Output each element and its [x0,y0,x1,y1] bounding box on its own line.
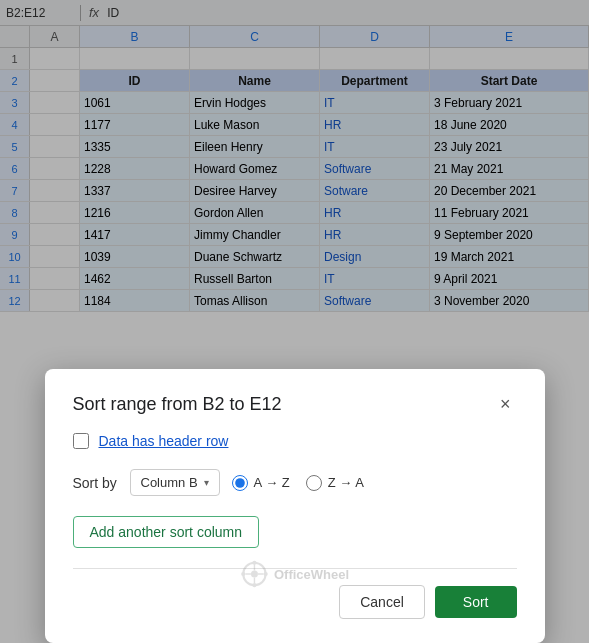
header-row-checkbox-row: Data has header row [73,433,517,449]
radio-a-to-z-label: A → Z [254,475,290,490]
radio-a-to-z[interactable] [232,475,248,491]
svg-point-5 [250,571,257,578]
sort-dialog: Sort range from B2 to E12 × Data has hea… [45,369,545,643]
column-select[interactable]: Column B ▾ [130,469,220,496]
dialog-header: Sort range from B2 to E12 × [73,393,517,415]
add-sort-column-button[interactable]: Add another sort column [73,516,260,548]
officewheel-logo [240,560,268,588]
svg-point-3 [241,572,245,576]
svg-point-4 [263,572,267,576]
radio-z-to-a-option[interactable]: Z → A [306,475,364,491]
chevron-down-icon: ▾ [204,477,209,488]
column-select-value: Column B [141,475,198,490]
header-row-label[interactable]: Data has header row [99,433,229,449]
sort-direction-group: A → Z Z → A [232,475,364,491]
sort-by-row: Sort by Column B ▾ A → Z Z → A [73,469,517,496]
dialog-title: Sort range from B2 to E12 [73,394,282,415]
radio-z-to-a-label: Z → A [328,475,364,490]
sort-by-label: Sort by [73,475,118,491]
modal-overlay: Sort range from B2 to E12 × Data has hea… [0,0,589,643]
svg-point-2 [252,583,256,587]
cancel-button[interactable]: Cancel [339,585,425,619]
sort-button[interactable]: Sort [435,586,517,618]
radio-a-to-z-option[interactable]: A → Z [232,475,290,491]
svg-point-0 [243,563,265,585]
close-button[interactable]: × [494,393,517,415]
svg-point-1 [252,561,256,565]
dialog-footer: OfficeWheel Cancel Sort [73,585,517,619]
watermark: OfficeWheel [240,560,349,588]
divider [73,568,517,569]
header-row-checkbox[interactable] [73,433,89,449]
radio-z-to-a[interactable] [306,475,322,491]
